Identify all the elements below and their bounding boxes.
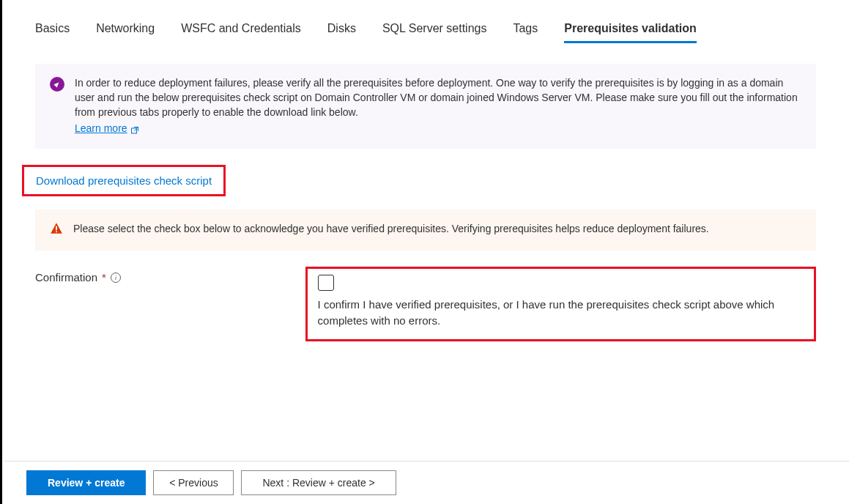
warning-icon [50,222,63,237]
confirmation-row: Confirmation * i I confirm I have verifi… [35,267,816,341]
download-script-highlight: Download prerequisites check script [22,165,226,196]
rocket-icon [50,77,64,92]
confirmation-label: Confirmation [35,271,97,284]
warning-banner-text: Please select the check box below to ack… [73,221,709,237]
review-create-button[interactable]: Review + create [26,470,146,495]
info-banner: In order to reduce deployment failures, … [35,64,816,149]
tab-tags[interactable]: Tags [513,22,538,43]
info-icon[interactable]: i [111,273,121,283]
svg-rect-2 [56,231,57,232]
confirmation-checkbox[interactable] [318,275,334,291]
tab-networking[interactable]: Networking [96,22,155,43]
external-link-icon [130,124,139,133]
info-banner-text: In order to reduce deployment failures, … [75,77,798,118]
warning-banner: Please select the check box below to ack… [35,210,816,251]
tab-prerequisites-validation[interactable]: Prerequisites validation [564,22,697,43]
next-button[interactable]: Next : Review + create > [241,470,396,495]
tab-basics[interactable]: Basics [35,22,70,43]
tab-disks[interactable]: Disks [327,22,356,43]
confirmation-checkbox-label: I confirm I have verified prerequisites,… [318,297,804,329]
svg-rect-1 [56,226,57,231]
download-prerequisites-link[interactable]: Download prerequisites check script [36,174,212,187]
footer-bar: Review + create < Previous Next : Review… [4,461,849,504]
tab-wsfc-credentials[interactable]: WSFC and Credentials [181,22,301,43]
confirmation-highlight: I confirm I have verified prerequisites,… [305,267,816,341]
tab-bar: Basics Networking WSFC and Credentials D… [35,22,816,43]
tab-sql-server-settings[interactable]: SQL Server settings [382,22,487,43]
learn-more-link[interactable]: Learn more [75,121,139,136]
previous-button[interactable]: < Previous [153,470,234,495]
required-indicator: * [102,271,106,284]
